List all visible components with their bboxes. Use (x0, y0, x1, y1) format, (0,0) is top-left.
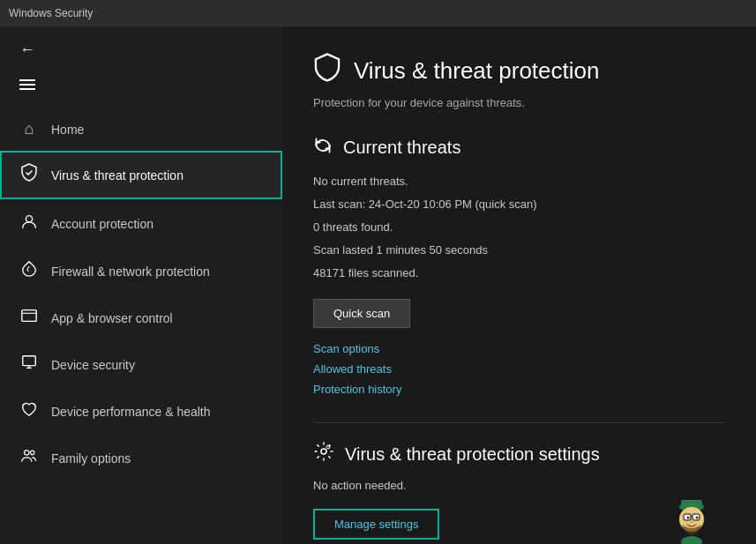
sidebar-item-firewall[interactable]: Firewall & network protection (0, 248, 282, 294)
page-title: Virus & threat protection (354, 57, 599, 85)
protection-history-link[interactable]: Protection history (313, 383, 725, 396)
current-threats-section: Current threats No current threats. Last… (313, 136, 725, 396)
sidebar-item-browser[interactable]: App & browser control (0, 294, 282, 341)
sidebar-item-home[interactable]: ⌂ Home (0, 108, 282, 151)
sidebar-top: ← (0, 26, 282, 108)
files-scanned-text: 48171 files scanned. (313, 264, 725, 283)
svg-rect-1 (22, 310, 36, 322)
sidebar-item-device-security[interactable]: Device security (0, 341, 282, 388)
section-header-threats: Current threats (313, 136, 725, 160)
no-threats-text: No current threats. (313, 172, 725, 191)
sidebar-item-family[interactable]: Family options (0, 435, 282, 481)
sidebar-item-virus-label: Virus & threat protection (51, 168, 183, 183)
account-icon (19, 212, 39, 235)
manage-settings-button[interactable]: Manage settings (313, 509, 439, 540)
svg-point-9 (326, 445, 330, 449)
refresh-icon (313, 136, 333, 160)
character-mascot (663, 491, 721, 544)
svg-point-16 (696, 516, 699, 518)
last-scan-text: Last scan: 24-Oct-20 10:06 PM (quick sca… (313, 195, 725, 214)
svg-point-8 (321, 449, 326, 454)
page-subtitle: Protection for your device against threa… (313, 96, 725, 109)
section-title-threats: Current threats (343, 138, 460, 158)
home-icon: ⌂ (19, 120, 39, 138)
virus-shield-icon (19, 163, 39, 187)
content-area: Virus & threat protection Protection for… (282, 26, 756, 544)
svg-point-20 (690, 520, 693, 523)
family-icon (19, 447, 39, 469)
hamburger-line1 (19, 79, 35, 81)
sidebar-item-browser-label: App & browser control (51, 311, 173, 325)
allowed-threats-link[interactable]: Allowed threats (313, 362, 725, 376)
hamburger-line2 (19, 84, 35, 86)
svg-point-6 (25, 451, 29, 455)
svg-point-21 (681, 536, 702, 544)
back-button[interactable]: ← (13, 35, 41, 63)
svg-rect-3 (23, 356, 36, 366)
settings-header: Virus & threat protection settings (313, 441, 725, 467)
sidebar-item-device-health-label: Device performance & health (51, 405, 211, 419)
sidebar-item-account[interactable]: Account protection (0, 199, 282, 248)
scan-duration-text: Scan lasted 1 minutes 50 seconds (313, 241, 725, 260)
hamburger-line3 (19, 88, 35, 90)
scan-options-link[interactable]: Scan options (313, 342, 725, 355)
settings-title: Virus & threat protection settings (345, 444, 600, 465)
titlebar-title: Windows Security (9, 7, 93, 19)
titlebar: Windows Security (0, 0, 756, 26)
sidebar-item-device-security-label: Device security (51, 358, 135, 372)
content-wrapper: Virus & threat protection Protection for… (313, 53, 725, 540)
firewall-icon (19, 260, 39, 282)
sidebar-item-home-label: Home (51, 123, 84, 137)
svg-point-0 (26, 216, 32, 222)
main-layout: ← ⌂ Home Virus & threat protection (0, 26, 756, 544)
page-header: Virus & threat protection (313, 53, 725, 89)
health-icon (19, 400, 39, 422)
sidebar-item-account-label: Account protection (51, 217, 153, 231)
divider (313, 422, 725, 423)
sidebar-item-firewall-label: Firewall & network protection (51, 265, 210, 279)
settings-gear-icon (313, 441, 334, 467)
sidebar: ← ⌂ Home Virus & threat protection (0, 26, 282, 544)
quick-scan-button[interactable]: Quick scan (313, 299, 410, 328)
device-security-icon (19, 354, 39, 376)
svg-point-15 (687, 516, 690, 518)
svg-point-7 (30, 451, 34, 455)
sidebar-item-device-health[interactable]: Device performance & health (0, 388, 282, 435)
page-header-icon (313, 53, 341, 89)
back-icon: ← (19, 41, 35, 59)
browser-icon (19, 307, 39, 329)
sidebar-item-virus[interactable]: Virus & threat protection (0, 151, 282, 199)
hamburger-menu[interactable] (13, 71, 41, 99)
threats-found-text: 0 threats found. (313, 218, 725, 237)
sidebar-item-family-label: Family options (51, 451, 131, 466)
